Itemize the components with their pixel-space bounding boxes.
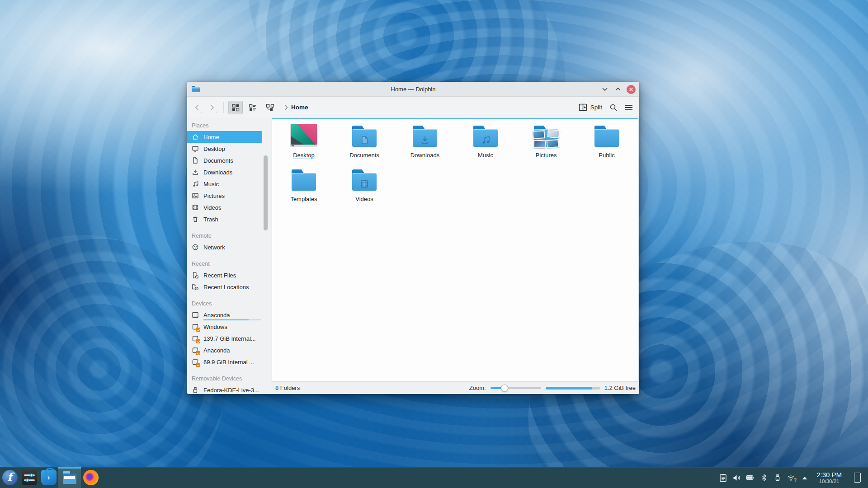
split-label: Split [590,104,602,111]
document-icon [192,157,199,164]
clock-time: 2:30 PM [816,471,842,479]
usb-device-icon[interactable] [773,474,782,482]
wifi-question-icon[interactable]: ? [787,474,795,482]
sidebar-item-fedora-live-usb[interactable]: Fedora-KDE-Live-3... [187,384,262,394]
sidebar-item-pictures[interactable]: Pictures [187,190,262,202]
hard-drive-icon [192,311,199,319]
section-devices: Devices Anaconda Windows 139.7 GiB Inter… [187,298,271,368]
battery-icon[interactable] [746,474,755,482]
zoom-label: Zoom: [469,385,486,391]
maximize-button[interactable] [613,85,623,94]
search-icon[interactable] [609,103,618,112]
breadcrumb-chevron-icon[interactable] [284,105,288,110]
hard-drive-unmounted-icon [192,347,199,354]
folder-downloads[interactable]: Downloads [395,122,455,164]
picture-thumbnails [532,130,560,149]
bluetooth-icon[interactable] [760,474,768,482]
section-header-remote: Remote [187,230,271,241]
places-panel: Places Home Desktop Documents Downloads … [187,117,271,394]
launcher-system-settings[interactable] [19,467,39,488]
film-icon [192,204,199,211]
sidebar-scrollbar[interactable] [264,155,268,230]
folder-view[interactable]: Desktop Documents Downloads Music Pictur [272,118,638,381]
sidebar-item-device-139gib[interactable]: 139.7 GiB Internal... [187,333,262,344]
tree-view-button[interactable] [263,101,277,114]
recent-file-icon [192,272,199,279]
wifi-status-badge: ? [794,478,797,483]
picture-icon [192,192,199,200]
sidebar-item-network[interactable]: Network [187,241,262,253]
clock[interactable]: 2:30 PM 10/30/21 [816,471,842,484]
clipboard-icon[interactable] [719,474,727,482]
show-desktop-button[interactable] [854,473,861,483]
breadcrumb-current[interactable]: Home [291,104,308,111]
icons-view-button[interactable] [228,101,243,114]
task-dolphin-active[interactable] [58,467,81,488]
unmounted-badge-icon [196,328,200,332]
volume-icon[interactable] [732,474,741,482]
firefox-icon [83,470,99,485]
folder-public[interactable]: Public [576,122,637,164]
folder-plain-icon [592,122,621,150]
folder-templates[interactable]: Templates [274,165,334,208]
sidebar-item-device-anaconda2[interactable]: Anaconda [187,344,262,356]
titlebar[interactable]: Home — Dolphin [187,82,639,97]
split-button[interactable]: Split [579,103,602,111]
launcher-discover[interactable]: › [39,467,58,488]
details-view-button[interactable] [245,101,260,114]
sidebar-item-music[interactable]: Music [187,178,262,190]
system-tray: ? 2:30 PM 10/30/21 [719,471,868,484]
sidebar-item-device-69gib[interactable]: 69.9 GiB Internal ... [187,356,262,368]
back-button[interactable]: ⌄ [191,101,203,114]
home-icon [192,133,199,141]
download-icon [192,169,199,176]
fedora-logo-icon: f [2,470,18,485]
sidebar-item-downloads[interactable]: Downloads [187,166,262,178]
minimize-button[interactable] [600,85,609,94]
sidebar-item-videos[interactable]: Videos [187,202,262,213]
forward-dropdown-caret-icon[interactable]: ⌄ [215,110,218,113]
usb-drive-icon [192,386,199,394]
disk-capacity-bar [546,387,600,389]
section-header-removable: Removable Devices [187,373,271,384]
forward-button[interactable]: ⌄ [206,101,218,114]
folder-videos[interactable]: Videos [334,165,395,208]
folder-desktop[interactable]: Desktop [274,122,334,164]
launcher-firefox[interactable] [81,467,100,488]
statusbar: 8 Folders Zoom: 1.2 GiB free [272,382,639,394]
breadcrumb[interactable]: Home [284,104,308,111]
hard-drive-unmounted-icon [192,335,199,343]
sidebar-item-trash[interactable]: Trash [187,213,262,225]
section-places: Places Home Desktop Documents Downloads … [187,120,271,225]
sidebar-item-home[interactable]: Home [187,131,262,143]
folder-pictures[interactable]: Pictures [516,122,576,164]
taskbar: f › ? 2:30 PM [0,467,868,488]
sidebar-item-device-anaconda[interactable]: Anaconda [187,309,262,321]
window-title: Home — Dolphin [187,86,639,93]
sidebar-item-recent-locations[interactable]: Recent Locations [187,281,262,293]
sidebar-item-recent-files[interactable]: Recent Files [187,269,262,281]
discover-icon: › [41,470,57,485]
unmounted-badge-icon [196,351,200,355]
folder-plain-icon [289,165,318,194]
dolphin-window: Home — Dolphin ⌄ ⌄ [187,82,639,394]
folder-music-icon [471,122,500,150]
folder-documents[interactable]: Documents [334,122,395,164]
sidebar-item-device-windows[interactable]: Windows [187,321,262,333]
unmounted-badge-icon [196,363,200,367]
hamburger-menu-icon[interactable] [625,104,633,111]
system-settings-icon [22,470,37,485]
unmounted-badge-icon [196,339,200,343]
close-button[interactable] [627,85,636,94]
sidebar-item-documents[interactable]: Documents [187,155,262,166]
zoom-slider-handle[interactable] [501,385,508,392]
zoom-slider[interactable] [491,385,541,392]
expand-caret-icon[interactable] [800,474,809,482]
monitor-icon [192,145,199,153]
sidebar-item-desktop[interactable]: Desktop [187,143,262,155]
folder-music[interactable]: Music [455,122,516,164]
launcher-fedora-menu[interactable]: f [0,467,19,488]
section-recent: Recent Recent Files Recent Locations [187,258,271,293]
back-dropdown-caret-icon[interactable]: ⌄ [200,110,203,113]
split-view-icon [579,103,587,111]
